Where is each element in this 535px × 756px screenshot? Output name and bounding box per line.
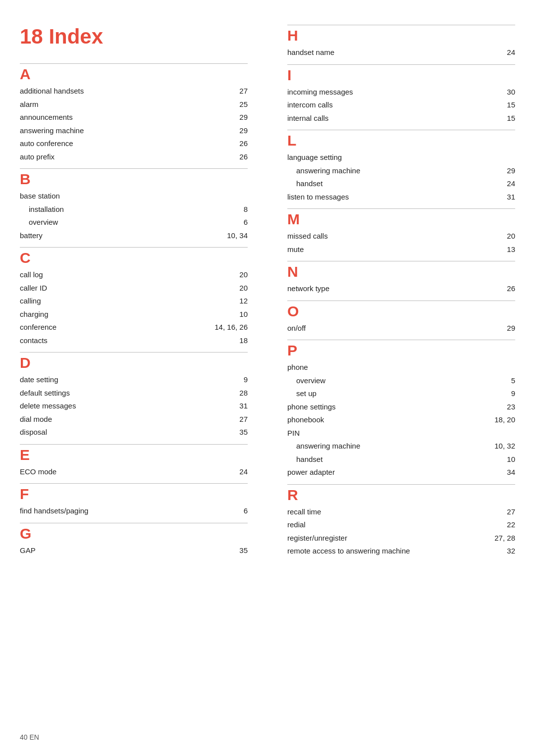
index-table: additional handsets27alarm25announcement… xyxy=(20,85,248,163)
index-row: overview6 xyxy=(20,216,248,229)
index-label: overview xyxy=(287,374,458,388)
index-row: handset10 xyxy=(287,453,515,466)
section-letter: O xyxy=(287,303,515,320)
index-label: overview xyxy=(20,216,166,229)
index-row: dial mode27 xyxy=(20,413,248,426)
index-page: 29 xyxy=(211,111,248,124)
index-page: 20 xyxy=(133,268,248,282)
index-row: incoming messages30 xyxy=(287,86,515,99)
index-label: handset xyxy=(287,177,482,191)
section-letter: H xyxy=(287,27,515,44)
index-section-i: Iincoming messages30intercom calls15inte… xyxy=(287,64,515,125)
index-table: network type26 xyxy=(287,282,515,296)
index-label: incoming messages xyxy=(287,86,480,99)
index-label: listen to messages xyxy=(287,191,482,204)
index-page: 26 xyxy=(211,151,248,164)
index-row: base station xyxy=(20,190,248,203)
index-label: network type xyxy=(287,282,464,296)
index-page: 24 xyxy=(482,177,515,191)
index-page: 10, 34 xyxy=(166,229,248,243)
index-label: PIN xyxy=(287,427,458,440)
index-row: default settings28 xyxy=(20,387,248,400)
index-page: 15 xyxy=(480,99,515,112)
index-label: register/unregister xyxy=(287,532,477,545)
index-table: phoneoverview5set up9phone settings23pho… xyxy=(287,361,515,479)
index-table: base stationinstallation8overview6batter… xyxy=(20,190,248,242)
index-page: 27 xyxy=(477,505,515,519)
index-row: caller ID20 xyxy=(20,282,248,295)
index-label: on/off xyxy=(287,322,425,335)
index-label: recall time xyxy=(287,505,477,519)
index-page: 23 xyxy=(458,401,515,414)
index-row: alarm25 xyxy=(20,98,248,111)
index-page: 15 xyxy=(480,112,515,125)
index-label: redial xyxy=(287,518,477,532)
section-letter: L xyxy=(287,132,515,149)
index-row: remote access to answering machine32 xyxy=(287,545,515,558)
index-row: GAP35 xyxy=(20,544,248,557)
index-row: listen to messages31 xyxy=(287,191,515,204)
index-page: 22 xyxy=(477,518,515,532)
index-page: 13 xyxy=(462,243,515,256)
page-title: 18 Index xyxy=(20,25,248,49)
index-page: 29 xyxy=(425,322,515,335)
index-page xyxy=(458,361,515,374)
index-row: ECO mode24 xyxy=(20,465,248,479)
index-row: language setting xyxy=(287,151,515,164)
index-row: handset name24 xyxy=(287,46,515,59)
index-label: handset xyxy=(287,453,458,466)
index-label: contacts xyxy=(20,334,133,348)
index-row: charging10 xyxy=(20,308,248,321)
index-page: 35 xyxy=(207,426,248,439)
index-label: additional handsets xyxy=(20,85,211,98)
index-label: conference xyxy=(20,321,133,334)
index-row: find handsets/paging6 xyxy=(20,504,248,518)
index-section-b: Bbase stationinstallation8overview6batte… xyxy=(20,168,248,242)
index-page: 35 xyxy=(148,544,248,557)
index-label: base station xyxy=(20,190,166,203)
section-letter: E xyxy=(20,447,248,463)
index-row: recall time27 xyxy=(287,505,515,519)
index-page: 31 xyxy=(482,191,515,204)
index-label: internal calls xyxy=(287,112,480,125)
index-table: date setting9default settings28delete me… xyxy=(20,373,248,439)
index-label: caller ID xyxy=(20,282,133,295)
index-section-r: Rrecall time27redial22register/unregiste… xyxy=(287,484,515,558)
index-table: handset name24 xyxy=(287,46,515,59)
index-page: 12 xyxy=(133,295,248,308)
index-label: remote access to answering machine xyxy=(287,545,477,558)
index-row: power adapter34 xyxy=(287,466,515,479)
index-page xyxy=(166,190,248,203)
index-table: language settinganswering machine29hands… xyxy=(287,151,515,203)
index-label: auto prefix xyxy=(20,151,211,164)
index-page xyxy=(482,151,515,164)
index-page: 6 xyxy=(223,504,248,518)
index-row: contacts18 xyxy=(20,334,248,348)
index-row: additional handsets27 xyxy=(20,85,248,98)
index-label: set up xyxy=(287,387,458,401)
index-section-g: GGAP35 xyxy=(20,523,248,557)
index-table: find handsets/paging6 xyxy=(20,504,248,518)
index-row: mute13 xyxy=(287,243,515,256)
index-row: installation8 xyxy=(20,203,248,216)
index-row: phone xyxy=(287,361,515,374)
index-label: auto conference xyxy=(20,137,211,151)
index-table: missed calls20mute13 xyxy=(287,230,515,256)
index-row: date setting9 xyxy=(20,373,248,387)
index-row: auto conference26 xyxy=(20,137,248,151)
index-page: 31 xyxy=(207,400,248,413)
page-container: 18 Index Aadditional handsets27alarm25an… xyxy=(0,0,535,583)
index-label: missed calls xyxy=(287,230,462,243)
index-row: battery10, 34 xyxy=(20,229,248,243)
index-label: announcements xyxy=(20,111,211,124)
index-page: 34 xyxy=(458,466,515,479)
index-row: redial22 xyxy=(287,518,515,532)
index-table: incoming messages30intercom calls15inter… xyxy=(287,86,515,125)
index-table: recall time27redial22register/unregister… xyxy=(287,505,515,558)
index-label: disposal xyxy=(20,426,207,439)
index-page: 10 xyxy=(133,308,248,321)
index-row: overview5 xyxy=(287,374,515,388)
index-row: announcements29 xyxy=(20,111,248,124)
section-letter: D xyxy=(20,354,248,371)
index-label: mute xyxy=(287,243,462,256)
